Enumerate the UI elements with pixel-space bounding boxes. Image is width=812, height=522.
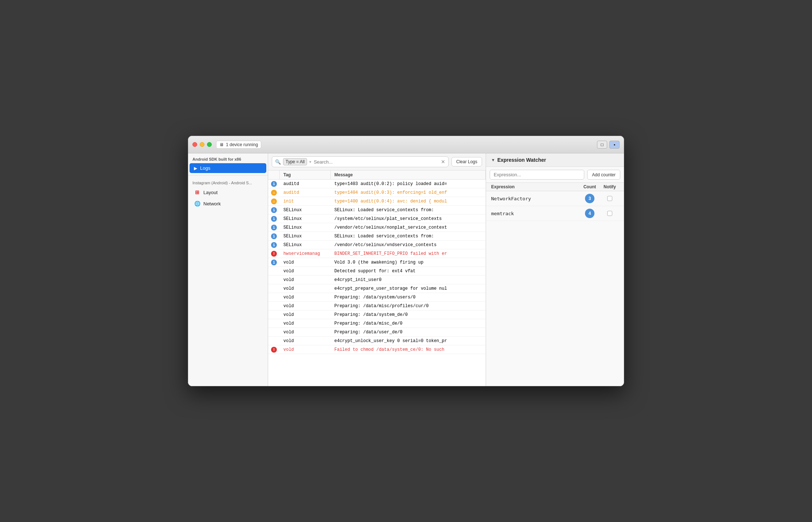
- log-message-cell: type=1404 audit(0.0:3): enforcing=1 old_…: [331, 189, 486, 196]
- log-message-cell: SELinux: Loaded service_contexts from:: [331, 233, 486, 240]
- warn-icon: ⚠: [271, 198, 277, 204]
- traffic-lights: [192, 142, 212, 147]
- titlebar: 🖥 1 device running □ ▪: [188, 136, 624, 153]
- log-message-cell: Preparing: /data/system/users/0: [331, 294, 486, 301]
- log-row[interactable]: vold Preparing: /data/user_de/0: [268, 328, 486, 337]
- search-input[interactable]: [314, 159, 439, 165]
- log-row[interactable]: i vold Vold 3.0 (the awakening) firing u…: [268, 258, 486, 267]
- log-row[interactable]: i SELinux /vendor/etc/selinux/nonplat_se…: [268, 223, 486, 232]
- log-row[interactable]: i auditd type=1403 audit(0.0:2): policy …: [268, 180, 486, 188]
- header-message-col: Message: [331, 170, 486, 179]
- device-info: 🖥 1 device running: [216, 141, 261, 149]
- log-icon-cell: i: [268, 207, 280, 213]
- clear-search-icon[interactable]: ✕: [441, 159, 445, 165]
- type-filter[interactable]: Type = All: [283, 158, 307, 165]
- info-icon: i: [271, 242, 277, 248]
- log-row[interactable]: vold Preparing: /data/system/users/0: [268, 293, 486, 302]
- log-message-cell: e4crypt_unlock_user_key 0 serial=0 token…: [331, 337, 486, 345]
- sidebar-item-network[interactable]: 🌐 Network: [190, 198, 266, 209]
- add-counter-button[interactable]: Add counter: [587, 170, 620, 180]
- expr-count-badge: 3: [585, 194, 594, 203]
- log-row[interactable]: vold e4crypt_init_user0: [268, 276, 486, 284]
- log-message-cell: Failed to chmod /data/system_ce/0: No su…: [331, 346, 486, 353]
- log-row[interactable]: i SELinux /system/etc/selinux/plat_servi…: [268, 214, 486, 223]
- info-icon: i: [271, 233, 277, 239]
- log-message-cell: Detected support for: ext4 vfat: [331, 268, 486, 275]
- expr-notify-col[interactable]: [601, 196, 619, 201]
- log-tag-cell: SELinux: [280, 233, 331, 240]
- log-row[interactable]: vold e4crypt_prepare_user_storage for vo…: [268, 284, 486, 293]
- expr-header-expression: Expression: [491, 184, 579, 189]
- panel-collapse-icon[interactable]: ▼: [491, 158, 495, 162]
- log-message-cell: Preparing: /data/user_de/0: [331, 329, 486, 336]
- log-tag-cell: vold: [280, 276, 331, 284]
- clear-logs-button[interactable]: Clear Logs: [451, 157, 482, 166]
- log-tag-cell: vold: [280, 268, 331, 275]
- log-rows-container: i auditd type=1403 audit(0.0:2): policy …: [268, 180, 486, 354]
- log-row[interactable]: i SELinux SELinux: Loaded service_contex…: [268, 206, 486, 214]
- log-row[interactable]: ⚠ init type=1400 audit(0.0:4): avc: deni…: [268, 197, 486, 206]
- header-tag-col: Tag: [280, 170, 331, 179]
- log-row[interactable]: vold e4crypt_unlock_user_key 0 serial=0 …: [268, 337, 486, 345]
- layout-icon: ⊞: [194, 189, 200, 196]
- search-bar[interactable]: 🔍 Type = All ▾ ✕: [272, 156, 449, 167]
- expression-input-row: Add counter: [486, 167, 624, 183]
- log-message-cell: /system/etc/selinux/plat_service_context…: [331, 215, 486, 222]
- log-tag-cell: SELinux: [280, 241, 331, 249]
- sidebar-logs-label: Logs: [200, 165, 210, 171]
- log-icon-cell: i: [268, 233, 280, 239]
- sidebar-item-logs[interactable]: ▶ Logs: [190, 163, 266, 173]
- log-icon-cell: i: [268, 242, 280, 248]
- expr-notify-checkbox[interactable]: [607, 196, 612, 201]
- info-icon: i: [271, 216, 277, 222]
- error-icon: !: [271, 347, 277, 353]
- log-icon-cell: !: [268, 347, 280, 353]
- log-row[interactable]: vold Preparing: /data/system_de/0: [268, 310, 486, 319]
- sidebar-item-layout[interactable]: ⊞ Layout: [190, 187, 266, 198]
- sdk-title: Android SDK built for x86: [188, 153, 268, 163]
- log-table[interactable]: Tag Message i auditd type=1403 audit(0.0…: [268, 170, 486, 386]
- maximize-button[interactable]: [207, 142, 212, 147]
- log-icon-cell: i: [268, 260, 280, 265]
- log-tag-cell: SELinux: [280, 206, 331, 214]
- log-message-cell: Vold 3.0 (the awakening) firing up: [331, 259, 486, 266]
- sidebar-separator: [188, 175, 268, 176]
- sidebar: Android SDK built for x86 ▶ Logs Instagr…: [188, 153, 268, 386]
- info-icon: i: [271, 181, 277, 187]
- content-area: 🔍 Type = All ▾ ✕ Clear Logs Tag Message …: [268, 153, 486, 386]
- log-icon-cell: i: [268, 216, 280, 222]
- expr-header-notify: Notify: [601, 184, 619, 189]
- minimize-button[interactable]: [200, 142, 204, 147]
- expression-row[interactable]: NetworkFactory 3: [486, 191, 624, 206]
- log-row[interactable]: ⚠ auditd type=1404 audit(0.0:3): enforci…: [268, 188, 486, 197]
- log-row[interactable]: vold Preparing: /data/misc/profiles/cur/…: [268, 302, 486, 310]
- log-icon-cell: i: [268, 225, 280, 230]
- panel-toggle-2[interactable]: ▪: [609, 141, 620, 149]
- log-row[interactable]: vold Preparing: /data/misc_de/0: [268, 319, 486, 328]
- main-window: 🖥 1 device running □ ▪ Android SDK built…: [188, 136, 624, 386]
- expr-notify-col[interactable]: [601, 211, 619, 216]
- device-section-label: Instagram (Android) - Android S...: [188, 178, 268, 186]
- log-tag-cell: vold: [280, 302, 331, 310]
- log-row[interactable]: ! vold Failed to chmod /data/system_ce/0…: [268, 345, 486, 354]
- log-row[interactable]: vold Detected support for: ext4 vfat: [268, 267, 486, 276]
- expr-notify-checkbox[interactable]: [607, 211, 612, 216]
- log-row[interactable]: i SELinux SELinux: Loaded service_contex…: [268, 232, 486, 241]
- log-message-cell: type=1403 audit(0.0:2): policy loaded au…: [331, 180, 486, 188]
- network-icon: 🌐: [194, 200, 200, 207]
- expr-count-col: 3: [579, 194, 601, 203]
- log-table-header: Tag Message: [268, 170, 486, 180]
- panel-header: ▼ Expression Watcher: [486, 153, 624, 167]
- expr-count-badge: 4: [585, 209, 594, 218]
- expression-row[interactable]: memtrack 4: [486, 206, 624, 221]
- log-message-cell: e4crypt_init_user0: [331, 276, 486, 284]
- log-row[interactable]: i SELinux /vendor/etc/selinux/vndservice…: [268, 241, 486, 249]
- log-row[interactable]: ! hwservicemanag BINDER_SET_INHERIT_FIFO…: [268, 249, 486, 258]
- log-tag-cell: vold: [280, 346, 331, 353]
- log-tag-cell: SELinux: [280, 224, 331, 231]
- sidebar-network-label: Network: [203, 201, 221, 206]
- device-label: 1 device running: [226, 142, 258, 147]
- close-button[interactable]: [192, 142, 197, 147]
- expression-input[interactable]: [490, 170, 584, 180]
- panel-toggle-1[interactable]: □: [597, 141, 607, 149]
